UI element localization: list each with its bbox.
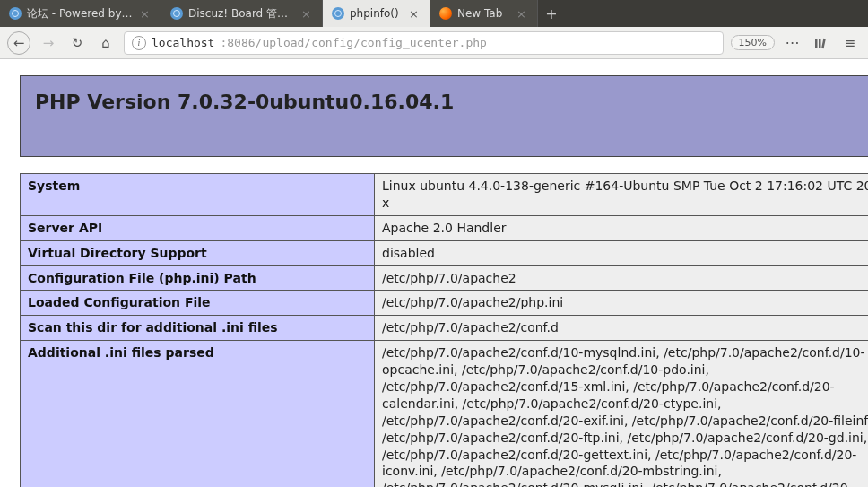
table-value: /etc/php/7.0/apache2/conf.d/10-mysqlnd.i… [375,341,869,487]
table-row: Additional .ini files parsed/etc/php/7.0… [21,341,869,487]
phpinfo-title: PHP Version 7.0.32-0ubuntu0.16.04.1 [35,91,868,113]
table-key: Loaded Configuration File [21,291,375,316]
tab-bar: 论坛 - Powered by Discuz! × Discuz! Board … [0,0,868,27]
firefox-icon [439,7,452,20]
table-key: Additional .ini files parsed [21,341,375,487]
phpinfo-header: PHP Version 7.0.32-0ubuntu0.16.04.1 [20,75,868,157]
tab-label: Discuz! Board 管理中心 - 站长 - U [188,6,294,22]
table-row: SystemLinux ubuntu 4.4.0-138-generic #16… [21,174,869,216]
tab-label: phpinfo() [350,7,402,20]
table-row: Scan this dir for additional .ini files/… [21,316,869,341]
tab-2[interactable]: phpinfo() × [323,0,430,27]
forward-button[interactable]: → [38,32,59,54]
svg-rect-1 [819,39,821,48]
table-row: Virtual Directory Supportdisabled [21,240,869,265]
page-viewport: PHP Version 7.0.32-0ubuntu0.16.04.1 Syst… [0,59,868,487]
phpinfo-table: SystemLinux ubuntu 4.4.0-138-generic #16… [20,173,868,487]
svg-rect-0 [815,39,818,48]
table-key: Configuration File (php.ini) Path [21,265,375,291]
table-value: /etc/php/7.0/apache2/conf.d [375,316,869,341]
close-icon[interactable]: × [138,7,152,21]
table-row: Loaded Configuration File/etc/php/7.0/ap… [21,291,869,316]
tab-3[interactable]: New Tab × [430,0,538,27]
tab-0[interactable]: 论坛 - Powered by Discuz! × [0,0,161,27]
table-key: Virtual Directory Support [21,240,375,265]
url-bar[interactable]: i localhost:8086/upload/config/config_uc… [124,31,724,55]
tab-label: 论坛 - Powered by Discuz! [27,6,133,22]
table-key: Server API [21,215,375,240]
table-key: System [21,174,375,216]
close-icon[interactable]: × [299,7,313,21]
table-row: Configuration File (php.ini) Path/etc/ph… [21,265,869,291]
new-tab-button[interactable]: + [538,0,565,27]
url-path: :8086/upload/config/config_ucenter.php [220,36,486,49]
home-button[interactable]: ⌂ [95,32,117,54]
table-row: Server APIApache 2.0 Handler [21,215,869,240]
nav-bar: ← → ↻ ⌂ i localhost:8086/upload/config/c… [0,27,868,59]
site-info-icon[interactable]: i [132,36,146,50]
tab-1[interactable]: Discuz! Board 管理中心 - 站长 - U × [161,0,323,27]
hamburger-menu-button[interactable]: ≡ [839,32,861,54]
library-button[interactable] [811,32,832,54]
zoom-indicator[interactable]: 150% [731,35,775,50]
back-button[interactable]: ← [7,31,30,55]
reload-button[interactable]: ↻ [66,32,88,54]
close-icon[interactable]: × [407,7,421,21]
table-key: Scan this dir for additional .ini files [21,316,375,341]
table-value: Linux ubuntu 4.4.0-138-generic #164-Ubun… [375,174,869,216]
url-host: localhost [152,36,214,49]
svg-rect-2 [821,38,826,48]
globe-icon [332,7,344,20]
globe-icon [170,7,183,20]
library-icon [814,36,829,50]
tab-label: New Tab [457,7,509,20]
table-value: Apache 2.0 Handler [375,215,869,240]
globe-icon [9,7,22,20]
table-value: disabled [375,240,869,265]
close-icon[interactable]: × [515,7,528,21]
table-value: /etc/php/7.0/apache2/php.ini [375,291,869,316]
table-value: /etc/php/7.0/apache2 [375,265,869,291]
menu-button[interactable]: ⋯ [782,32,803,54]
